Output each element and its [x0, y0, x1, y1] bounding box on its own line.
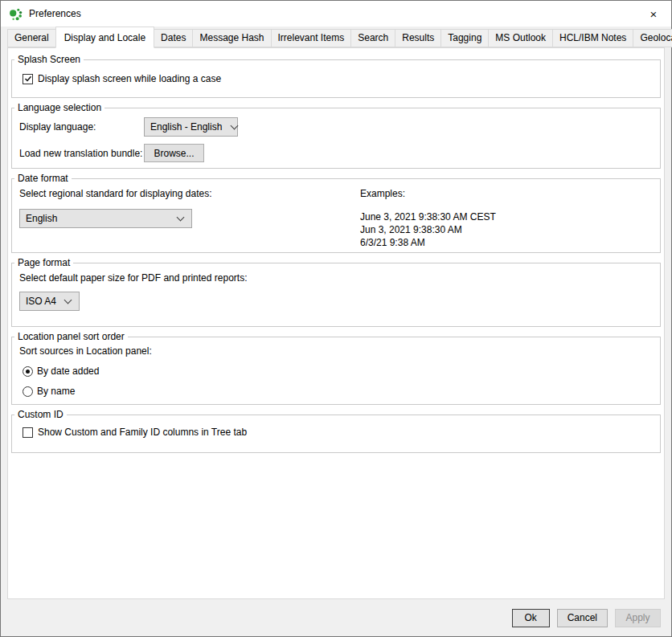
preferences-dialog: Preferences × General Display and Locale…: [0, 0, 672, 637]
app-logo-icon: [9, 7, 23, 21]
date-format-select[interactable]: English: [19, 209, 192, 228]
tab-general[interactable]: General: [7, 29, 56, 47]
date-examples-label: Examples:: [360, 188, 496, 199]
footer-button-bar: Ok Cancel Apply: [1, 599, 671, 636]
group-date-format: Date format Select regional standard for…: [11, 178, 661, 253]
custom-id-checkbox-label: Show Custom and Family ID columns in Tre…: [38, 427, 247, 438]
close-icon[interactable]: ×: [636, 1, 671, 27]
group-splash-screen-title: Splash Screen: [14, 54, 84, 65]
group-location-sort-order-title: Location panel sort order: [14, 331, 128, 342]
translation-bundle-label: Load new translation bundle:: [19, 148, 144, 159]
radio-by-name[interactable]: By name: [23, 386, 660, 397]
location-sort-description: Sort sources in Location panel:: [19, 345, 660, 357]
splash-screen-checkbox-label: Display splash screen while loading a ca…: [38, 73, 221, 84]
group-page-format: Page format Select default paper size fo…: [11, 263, 661, 327]
radio-by-date-added[interactable]: By date added: [23, 365, 660, 377]
cancel-button[interactable]: Cancel: [557, 609, 608, 627]
ok-button[interactable]: Ok: [512, 609, 550, 627]
apply-button[interactable]: Apply: [615, 609, 661, 627]
chevron-down-icon: [177, 213, 185, 221]
date-format-description: Select regional standard for displaying …: [19, 188, 660, 199]
group-custom-id: Custom ID Show Custom and Family ID colu…: [11, 414, 661, 453]
radio-selected-icon[interactable]: [23, 366, 33, 377]
chevron-down-icon: [231, 121, 239, 129]
group-splash-screen: Splash Screen Display splash screen whil…: [11, 59, 661, 98]
tab-irrelevant-items[interactable]: Irrelevant Items: [271, 29, 352, 47]
radio-by-name-label: By name: [37, 386, 75, 397]
radio-unselected-icon[interactable]: [23, 386, 33, 397]
tab-tagging[interactable]: Tagging: [440, 29, 489, 47]
group-language-selection: Language selection Display language: Eng…: [11, 108, 661, 169]
tab-display-and-locale[interactable]: Display and Locale: [55, 27, 154, 48]
display-language-select[interactable]: English - English: [144, 117, 238, 137]
browse-button[interactable]: Browse...: [144, 144, 204, 162]
group-location-sort-order: Location panel sort order Sort sources i…: [11, 337, 661, 405]
tab-hcl-ibm-notes[interactable]: HCL/IBM Notes: [552, 29, 633, 47]
chevron-down-icon: [64, 296, 72, 304]
checkbox-unchecked-icon[interactable]: [23, 427, 33, 438]
page-format-description: Select default paper size for PDF and pr…: [19, 272, 660, 284]
paper-size-value: ISO A4: [20, 296, 60, 307]
splash-screen-checkbox[interactable]: Display splash screen while loading a ca…: [23, 73, 660, 84]
date-example-medium: Jun 3, 2021 9:38:30 AM: [360, 223, 496, 236]
group-custom-id-title: Custom ID: [14, 409, 67, 420]
tab-geolocation[interactable]: Geolocation: [633, 29, 672, 47]
custom-id-checkbox[interactable]: Show Custom and Family ID columns in Tre…: [23, 427, 660, 438]
tab-message-hash[interactable]: Message Hash: [192, 29, 271, 47]
date-format-value: English: [20, 213, 168, 224]
tab-search[interactable]: Search: [350, 29, 395, 47]
display-language-label: Display language:: [19, 121, 144, 133]
tab-ms-outlook[interactable]: MS Outlook: [488, 29, 553, 47]
date-example-short: 6/3/21 9:38 AM: [360, 236, 496, 249]
display-language-value: English - English: [145, 121, 222, 133]
radio-by-date-added-label: By date added: [37, 365, 99, 377]
tab-content-pane: Splash Screen Display splash screen whil…: [7, 47, 665, 599]
date-example-long: June 3, 2021 9:38:30 AM CEST: [360, 210, 496, 223]
paper-size-select[interactable]: ISO A4: [19, 292, 80, 311]
group-language-selection-title: Language selection: [14, 102, 104, 113]
tab-results[interactable]: Results: [395, 29, 441, 47]
group-page-format-title: Page format: [14, 257, 73, 268]
tab-bar: General Display and Locale Dates Message…: [1, 27, 671, 47]
titlebar: Preferences ×: [1, 1, 671, 27]
tab-dates[interactable]: Dates: [154, 29, 193, 47]
checkbox-checked-icon[interactable]: [23, 74, 33, 84]
date-examples: Examples: June 3, 2021 9:38:30 AM CEST J…: [360, 188, 496, 249]
window-title: Preferences: [29, 8, 81, 19]
